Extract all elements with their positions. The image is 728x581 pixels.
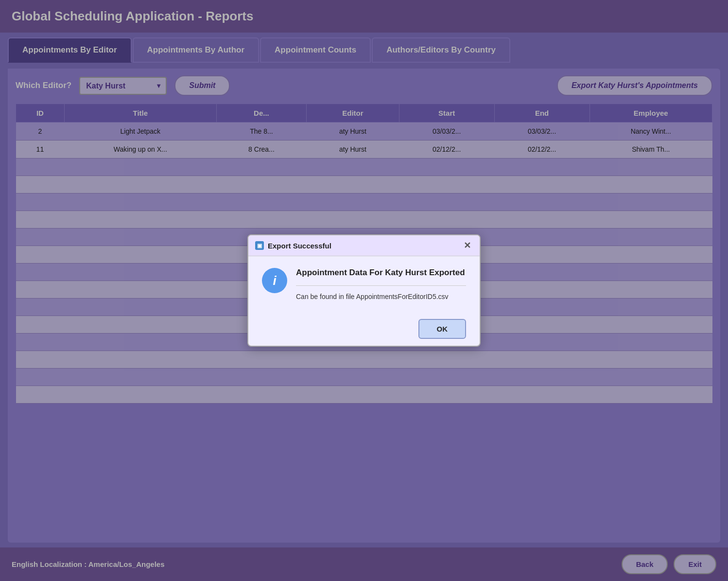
modal-body: i Appointment Data For Katy Hurst Export… bbox=[248, 256, 480, 312]
modal-app-icon: ▣ bbox=[255, 241, 264, 250]
modal-message-main: Appointment Data For Katy Hurst Exported bbox=[296, 268, 466, 278]
modal-titlebar-left: ▣ Export Successful bbox=[255, 241, 331, 250]
modal-titlebar: ▣ Export Successful ✕ bbox=[248, 235, 480, 256]
modal-footer: OK bbox=[248, 312, 480, 346]
modal-title: Export Successful bbox=[268, 242, 331, 250]
modal-ok-button[interactable]: OK bbox=[418, 319, 467, 339]
modal-divider bbox=[296, 285, 466, 286]
modal-overlay: ▣ Export Successful ✕ i Appointment Data… bbox=[0, 0, 728, 581]
export-success-modal: ▣ Export Successful ✕ i Appointment Data… bbox=[247, 234, 481, 347]
modal-message: Appointment Data For Katy Hurst Exported… bbox=[296, 268, 466, 300]
modal-close-button[interactable]: ✕ bbox=[462, 240, 473, 251]
info-icon: i bbox=[262, 268, 287, 293]
modal-message-sub: Can be found in file AppointmentsForEdit… bbox=[296, 293, 466, 300]
